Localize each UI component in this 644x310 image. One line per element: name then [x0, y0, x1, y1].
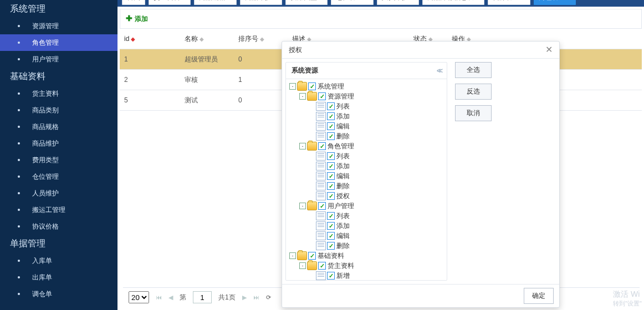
tab-close-icon[interactable]: × [362, 0, 368, 1]
tree-checkbox[interactable]: ✓ [327, 122, 335, 130]
column-header[interactable]: 名称 ◆ [180, 29, 234, 49]
tree-node[interactable]: ✓添加 [289, 111, 443, 121]
sidebar-item[interactable]: 商品规格 [0, 118, 117, 135]
tree-checkbox[interactable]: ✓ [327, 182, 335, 190]
tab-close-icon[interactable]: × [226, 0, 231, 1]
tree-checkbox[interactable]: ✓ [327, 172, 335, 180]
pager-reload-icon[interactable]: ⟳ [266, 294, 271, 301]
tab-close-icon[interactable]: × [408, 0, 414, 1]
tab-close-icon[interactable]: × [272, 0, 277, 1]
select-all-button[interactable]: 全选 [455, 62, 492, 78]
tree-node[interactable]: ✓添加 [289, 221, 443, 231]
sidebar-item[interactable]: 资源管理 [0, 18, 117, 34]
tab[interactable]: 仓位管理 × [331, 0, 373, 5]
tree-checkbox[interactable]: ✓ [327, 152, 335, 160]
tab[interactable]: 角色管理 × [534, 0, 576, 5]
tree-node[interactable]: -✓角色管理 [289, 141, 443, 151]
sidebar-item[interactable]: 人员维护 [0, 185, 117, 202]
tree-node[interactable]: ✓编辑 [289, 121, 443, 131]
tree-node[interactable]: ✓授权 [289, 191, 443, 201]
tree-node[interactable]: -✓货主资料 [289, 261, 443, 271]
sidebar-item[interactable]: 商品类别 [0, 102, 117, 118]
tree-node[interactable]: ✓列表 [289, 151, 443, 161]
sidebar-item[interactable]: 商品维护 [0, 135, 117, 152]
column-header[interactable]: id ◆ [120, 29, 180, 49]
pager-page-input[interactable] [193, 291, 212, 303]
tree-node[interactable]: ✓编辑 [289, 171, 443, 181]
tree-checkbox[interactable]: ✓ [318, 142, 326, 150]
pager-last-icon[interactable]: ⏭ [253, 294, 259, 301]
tab[interactable]: 商品规格 × [194, 0, 236, 5]
expand-toggle-icon[interactable]: - [299, 143, 306, 149]
sidebar-item[interactable]: 角色管理 [0, 34, 117, 51]
sort-icon[interactable]: ◆ [198, 36, 204, 42]
tree-checkbox[interactable]: ✓ [327, 192, 335, 200]
tree-checkbox[interactable]: ✓ [327, 212, 335, 220]
tree-checkbox[interactable]: ✓ [327, 222, 335, 230]
tree-checkbox[interactable]: ✓ [318, 202, 326, 210]
tree-checkbox[interactable]: ✓ [327, 162, 335, 170]
sidebar-item[interactable]: 仓位管理 [0, 168, 117, 185]
tab[interactable]: 人员维护 × [377, 0, 419, 5]
expand-toggle-icon[interactable]: - [289, 252, 296, 259]
tree-checkbox[interactable]: ✓ [327, 242, 335, 250]
tree-node[interactable]: -✓基础资料 [289, 251, 443, 261]
cancel-button[interactable]: 取消 [455, 105, 492, 121]
tree-node[interactable]: ✓删除 [289, 181, 443, 191]
panel-collapse-icon[interactable]: << [437, 67, 441, 75]
tab-close-icon[interactable]: × [180, 0, 186, 1]
tree-checkbox[interactable]: ✓ [327, 102, 335, 110]
tree-node[interactable]: ✓编辑 [289, 231, 443, 241]
tab-close-icon[interactable]: × [565, 0, 571, 1]
tab-close-icon[interactable]: × [317, 0, 323, 1]
add-button[interactable]: ✚添加 [126, 15, 148, 23]
tree-checkbox[interactable]: ✓ [327, 232, 335, 240]
tree-node[interactable]: ✓列表 [289, 101, 443, 111]
tab[interactable]: 商品维护 × [240, 0, 282, 5]
tree-node[interactable]: ✓添加 [289, 161, 443, 171]
expand-toggle-icon[interactable]: - [289, 83, 296, 90]
expand-toggle-icon[interactable]: - [299, 93, 306, 100]
invert-button[interactable]: 反选 [455, 84, 492, 100]
tree-node[interactable]: ✓删除 [289, 241, 443, 251]
ok-button[interactable]: 确定 [524, 288, 554, 304]
page-size-select[interactable]: 20 [129, 291, 149, 303]
pager-first-icon[interactable]: ⏮ [156, 294, 162, 301]
sidebar-item[interactable]: 出库单 [0, 269, 117, 286]
column-header[interactable]: 排序号 ◆ [234, 29, 288, 49]
sidebar-item[interactable]: 费用类型 [0, 152, 117, 168]
sidebar-item[interactable]: 入库单 [0, 252, 117, 269]
sidebar-item[interactable]: 用户管理 [0, 51, 117, 68]
tree-checkbox[interactable]: ✓ [327, 272, 335, 280]
tab[interactable]: 货主资料 × [149, 0, 191, 5]
pager-prev-icon[interactable]: ◀ [168, 294, 173, 301]
sort-icon[interactable]: ◆ [258, 36, 264, 42]
tree-node[interactable]: ✓删除 [289, 131, 443, 141]
sort-icon[interactable]: ◆ [129, 36, 135, 42]
tab-close-icon[interactable]: × [519, 0, 525, 1]
expand-toggle-icon[interactable]: - [299, 203, 306, 209]
tab[interactable]: 商品库存信息表 × [422, 0, 484, 5]
tree-node[interactable]: -✓资源管理 [289, 91, 443, 101]
tree-checkbox[interactable]: ✓ [327, 132, 335, 140]
tree-node[interactable]: ✓列表 [289, 211, 443, 221]
close-icon[interactable]: ✕ [545, 42, 553, 58]
tree-node[interactable]: -✓用户管理 [289, 201, 443, 211]
tree-node[interactable]: ✓新增 [289, 271, 443, 280]
tree-checkbox[interactable]: ✓ [308, 252, 316, 260]
tab-close-icon[interactable]: × [474, 0, 479, 1]
sidebar-item[interactable]: 协议价格 [0, 218, 117, 235]
sidebar-item[interactable]: 搬运工管理 [0, 202, 117, 218]
sidebar-item[interactable]: 调仓单 [0, 286, 117, 302]
pager-next-icon[interactable]: ▶ [242, 294, 247, 301]
tree-checkbox[interactable]: ✓ [318, 92, 326, 100]
tab[interactable]: 费用类型 × [285, 0, 328, 5]
tree-checkbox[interactable]: ✓ [327, 112, 335, 120]
expand-toggle-icon[interactable]: - [299, 262, 306, 269]
tree-checkbox[interactable]: ✓ [318, 262, 326, 270]
tab[interactable]: 首页 [122, 0, 145, 5]
sidebar-item[interactable]: 货主资料 [0, 85, 117, 102]
tree-checkbox[interactable]: ✓ [308, 82, 316, 90]
tab[interactable]: 资源管理 × [488, 0, 530, 5]
tree-scroll[interactable]: -✓系统管理-✓资源管理✓列表✓添加✓编辑✓删除-✓角色管理✓列表✓添加✓编辑✓… [286, 79, 447, 280]
